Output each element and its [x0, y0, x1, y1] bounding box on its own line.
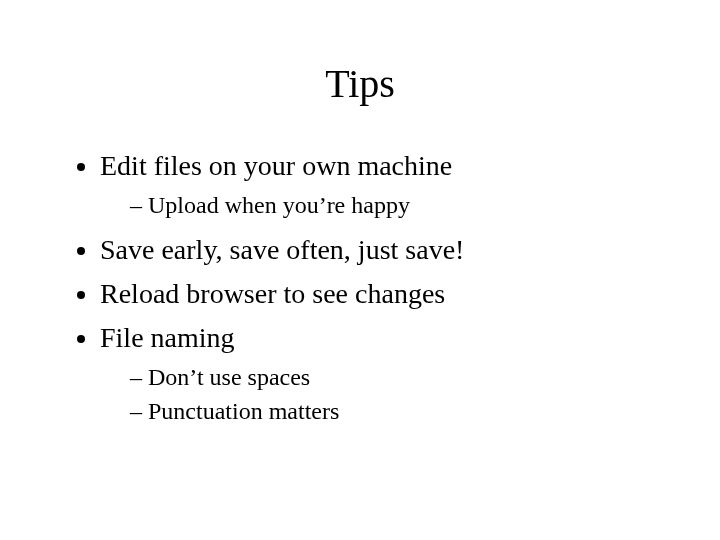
bullet-item: Edit files on your own machine Upload wh…: [100, 147, 660, 221]
bullet-text: Save early, save often, just save!: [100, 234, 464, 265]
bullet-item: Reload browser to see changes: [100, 275, 660, 313]
bullet-list: Edit files on your own machine Upload wh…: [60, 147, 660, 427]
sub-bullet-item: Punctuation matters: [130, 395, 660, 427]
slide-title: Tips: [60, 60, 660, 107]
bullet-item: File naming Don’t use spaces Punctuation…: [100, 319, 660, 428]
sub-bullet-text: Upload when you’re happy: [148, 192, 410, 218]
sub-bullet-list: Don’t use spaces Punctuation matters: [100, 361, 660, 428]
sub-bullet-text: Punctuation matters: [148, 398, 339, 424]
sub-bullet-item: Upload when you’re happy: [130, 189, 660, 221]
bullet-text: Reload browser to see changes: [100, 278, 445, 309]
slide: Tips Edit files on your own machine Uplo…: [0, 0, 720, 540]
bullet-text: Edit files on your own machine: [100, 150, 452, 181]
sub-bullet-list: Upload when you’re happy: [100, 189, 660, 221]
bullet-item: Save early, save often, just save!: [100, 231, 660, 269]
bullet-text: File naming: [100, 322, 235, 353]
sub-bullet-item: Don’t use spaces: [130, 361, 660, 393]
sub-bullet-text: Don’t use spaces: [148, 364, 310, 390]
